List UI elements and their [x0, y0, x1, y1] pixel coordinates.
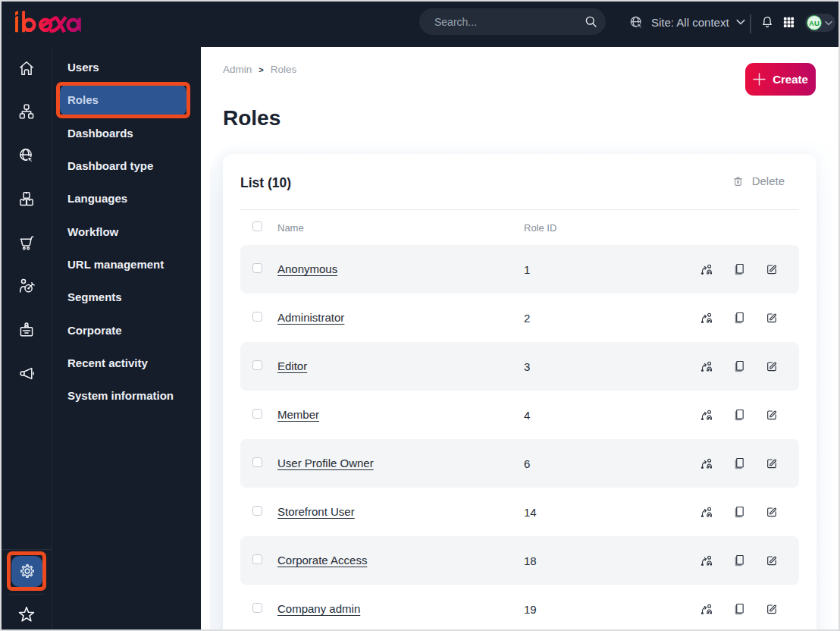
- menu-item-link[interactable]: Recent activity: [60, 347, 186, 378]
- role-name-link[interactable]: Editor: [277, 359, 307, 372]
- menu-item-link[interactable]: Languages: [60, 183, 186, 214]
- copy-button[interactable]: [732, 457, 746, 470]
- create-button[interactable]: Create: [745, 63, 816, 96]
- rail-item-activity[interactable]: [11, 358, 42, 388]
- assign-user-button[interactable]: [700, 457, 713, 470]
- edit-icon: [765, 262, 779, 276]
- menu-item-link[interactable]: Segments: [60, 281, 186, 312]
- copy-button[interactable]: [732, 554, 746, 567]
- copy-button[interactable]: [732, 602, 746, 616]
- menu-item-link[interactable]: Dashboard type: [60, 150, 186, 181]
- menu-item-link[interactable]: Corporate: [60, 314, 186, 345]
- rail-item-admin: [10, 554, 43, 587]
- role-id-value: 18: [524, 554, 700, 567]
- role-name-link[interactable]: Company admin: [277, 602, 360, 615]
- edit-button[interactable]: [765, 505, 779, 519]
- role-name-link[interactable]: Storefront User: [277, 505, 355, 518]
- notifications-button[interactable]: [757, 2, 777, 42]
- breadcrumb-roles[interactable]: Roles: [271, 64, 297, 75]
- admin-menu-list: Users Roles Dashboards Dashboard type: [52, 47, 201, 412]
- select-all-checkbox[interactable]: [252, 221, 262, 231]
- assign-user-button[interactable]: [700, 311, 713, 325]
- edit-button[interactable]: [765, 457, 779, 470]
- edit-button[interactable]: [765, 602, 779, 616]
- edit-button[interactable]: [765, 359, 779, 373]
- row-checkbox[interactable]: [252, 409, 262, 419]
- role-name-link[interactable]: Anonymous: [277, 262, 337, 275]
- edit-button[interactable]: [765, 262, 779, 276]
- global-search: [419, 8, 606, 35]
- role-name-link[interactable]: Corporate Access: [277, 554, 367, 567]
- rail-item-corporate[interactable]: [11, 315, 42, 345]
- menu-item-link[interactable]: Dashboards: [60, 118, 186, 149]
- role-name-link[interactable]: User Profile Owner: [277, 457, 374, 469]
- rail-item-site[interactable]: [11, 140, 42, 171]
- menu-item-link[interactable]: Workflow: [60, 215, 186, 246]
- name-cell: Anonymous: [277, 262, 524, 276]
- menu-item-link[interactable]: Users: [60, 52, 186, 83]
- site-context-label: Site: All context: [651, 16, 729, 29]
- assign-user-button[interactable]: [700, 602, 713, 616]
- copy-button[interactable]: [732, 408, 746, 422]
- rail-item-commerce[interactable]: [11, 228, 42, 258]
- assign-user-button[interactable]: [700, 554, 713, 567]
- user-avatar: AU: [807, 15, 822, 30]
- copy-button[interactable]: [732, 262, 746, 276]
- row-checkbox[interactable]: [252, 360, 262, 370]
- row-checkbox[interactable]: [252, 312, 262, 322]
- edit-button[interactable]: [765, 311, 779, 325]
- menu-item-link[interactable]: Roles: [60, 84, 186, 115]
- rail-item-content[interactable]: [11, 96, 42, 127]
- menu-item-link[interactable]: System information: [60, 380, 186, 411]
- delete-button[interactable]: Delete: [732, 174, 785, 187]
- site-context-selector[interactable]: Site: All context: [628, 2, 745, 42]
- breadcrumb-admin[interactable]: Admin: [223, 64, 252, 75]
- column-header-name: Name: [277, 222, 524, 234]
- edit-button[interactable]: [765, 408, 779, 422]
- row-checkbox[interactable]: [252, 457, 262, 467]
- rail-item-dashboard[interactable]: [11, 53, 42, 83]
- table-row: Anonymous 1: [240, 245, 799, 294]
- table-header-row: Name Role ID: [240, 210, 799, 245]
- user-menu[interactable]: AU: [805, 14, 835, 32]
- menu-item-link[interactable]: URL management: [60, 249, 186, 280]
- copy-button[interactable]: [732, 359, 746, 373]
- assign-user-button[interactable]: [700, 408, 713, 422]
- role-id-value: 3: [524, 360, 700, 373]
- table-row: Editor 3: [240, 342, 799, 391]
- edit-icon: [765, 505, 779, 519]
- menu-item: Segments: [52, 281, 201, 313]
- column-header-role-id: Role ID: [524, 222, 779, 234]
- app-switcher-button[interactable]: [779, 2, 798, 42]
- copy-button[interactable]: [732, 505, 746, 519]
- copy-button[interactable]: [732, 311, 746, 325]
- rail-item-products[interactable]: [11, 184, 42, 214]
- assign-user-button[interactable]: [700, 505, 713, 519]
- role-name-link[interactable]: Administrator: [277, 311, 344, 324]
- row-checkbox[interactable]: [252, 263, 262, 273]
- row-actions: [700, 457, 779, 470]
- assign-user-button[interactable]: [700, 359, 713, 373]
- row-actions: [700, 311, 779, 325]
- edit-button[interactable]: [765, 554, 779, 567]
- copy-icon: [732, 457, 746, 470]
- row-checkbox[interactable]: [252, 554, 262, 564]
- roles-table-body: Anonymous 1: [240, 245, 799, 629]
- ibexa-logo[interactable]: [15, 11, 82, 33]
- menu-item: URL management: [52, 248, 201, 281]
- checkbox-cell: [252, 262, 277, 276]
- checkbox-cell: [252, 602, 277, 616]
- table-row: Storefront User 14: [240, 488, 799, 536]
- rail-item-personalization[interactable]: [11, 271, 42, 301]
- search-input[interactable]: [419, 16, 584, 28]
- rail-item-bookmarks[interactable]: [11, 599, 42, 629]
- row-checkbox[interactable]: [252, 506, 262, 516]
- search-icon[interactable]: [584, 14, 598, 29]
- app-shell: Users Roles Dashboards Dashboard type: [2, 47, 838, 629]
- settings-button[interactable]: [11, 556, 42, 587]
- row-checkbox[interactable]: [252, 603, 262, 613]
- rail-divider: [2, 549, 52, 550]
- role-name-link[interactable]: Member: [277, 408, 319, 421]
- role-id-value: 6: [524, 457, 700, 470]
- assign-user-button[interactable]: [700, 262, 713, 276]
